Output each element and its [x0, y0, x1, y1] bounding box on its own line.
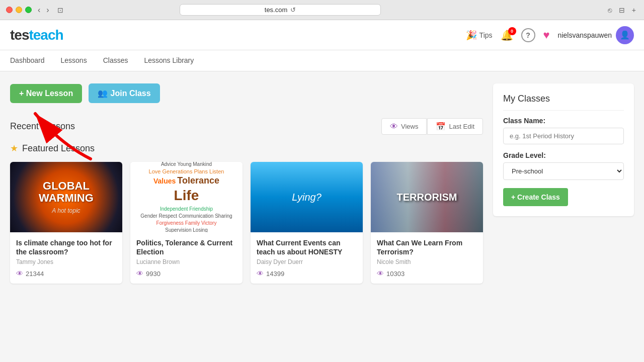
sort-options: 👁 Views 📅 Last Edit — [381, 118, 483, 135]
new-tab-button[interactable]: + — [630, 6, 638, 14]
recent-lessons-title: Recent Lessons — [10, 121, 75, 132]
url-text: tes.com — [265, 6, 288, 14]
star-icon: ★ — [10, 143, 18, 154]
gw-subtitle-text: A hot topic — [52, 207, 80, 214]
lesson-views-tolerance: 👁 9930 — [136, 269, 236, 278]
lesson-title-honesty: What Current Events can teach us about H… — [257, 238, 357, 256]
grade-level-label: Grade Level: — [503, 151, 624, 159]
views-eye-icon-3: 👁 — [257, 269, 264, 278]
user-menu[interactable]: nielsvanspauwen 👤 — [558, 26, 634, 44]
class-name-input[interactable] — [503, 128, 624, 144]
reload-icon[interactable]: ↺ — [290, 6, 296, 14]
card-image-global-warming: GLOBALWARMING A hot topic — [10, 162, 122, 232]
join-class-icon: 👥 — [98, 88, 108, 98]
class-name-label: Class Name: — [503, 117, 624, 125]
calendar-icon: 📅 — [436, 122, 446, 131]
lesson-card-honesty[interactable]: Lying? What Current Events can teach us … — [251, 162, 363, 284]
action-buttons-area: + New Lesson 👥 Join Class — [10, 83, 483, 103]
address-bar[interactable]: tes.com ↺ — [180, 4, 381, 16]
views-count-tolerance: 9930 — [146, 270, 160, 278]
lesson-author-global-warming: Tammy Jones — [16, 258, 116, 265]
tolerance-bg: Advice Young Mankind Love Generations Pl… — [130, 162, 243, 232]
word-tolerance: Tolerance — [177, 175, 219, 186]
card-image-honesty: Lying? — [251, 162, 363, 232]
word-life: Life — [140, 187, 232, 205]
word-cloud: Advice Young Mankind Love Generations Pl… — [137, 162, 235, 232]
create-class-button[interactable]: + Create Class — [503, 188, 568, 206]
lesson-views-global-warming: 👁 21344 — [16, 269, 116, 278]
lesson-title-terrorism: What Can We Learn From Terrorism? — [377, 238, 477, 256]
nav-lessons[interactable]: Lessons — [61, 51, 87, 70]
nav-classes[interactable]: Classes — [103, 51, 128, 70]
lesson-card-global-warming[interactable]: GLOBALWARMING A hot topic Is climate cha… — [10, 162, 122, 284]
share-button[interactable]: ⎋ — [606, 6, 614, 14]
close-button[interactable] — [6, 7, 13, 13]
forward-button[interactable]: › — [44, 6, 51, 15]
browser-toolbar: ⎋ ⊟ + — [606, 6, 638, 14]
my-classes-title: My Classes — [503, 94, 624, 111]
word-advice: Advice Young Mankind — [161, 162, 212, 167]
lesson-card-terrorism[interactable]: TERRORISM What Can We Learn From Terrori… — [371, 162, 483, 284]
nav-dashboard[interactable]: Dashboard — [10, 51, 45, 70]
last-edit-sort-label: Last Edit — [449, 123, 474, 130]
new-lesson-button[interactable]: + New Lesson — [10, 84, 82, 103]
reading-mode-button[interactable]: ⊡ — [55, 6, 65, 14]
help-button[interactable]: ? — [521, 28, 535, 42]
lying-bg: Lying? — [251, 162, 363, 232]
sort-by-views-button[interactable]: 👁 Views — [381, 118, 427, 135]
browser-nav: ‹ › — [36, 6, 51, 15]
notification-button[interactable]: 🔔 0 — [501, 29, 513, 41]
logo[interactable]: tes teach — [10, 27, 63, 43]
views-count-honesty: 14399 — [266, 270, 284, 278]
word-row5: Forgiveness Family Victory — [156, 220, 217, 226]
app-header: tes teach 🎉 Tips 🔔 0 ? ♥ nielsvanspauwen… — [0, 20, 644, 50]
views-eye-icon-4: 👁 — [377, 269, 384, 278]
notification-badge: 0 — [508, 27, 516, 35]
card-info-tolerance: Politics, Tolerance & Current Election L… — [130, 232, 243, 284]
eye-icon: 👁 — [390, 122, 398, 131]
lesson-author-tolerance: Lucianne Brown — [136, 258, 236, 265]
browser-chrome: ‹ › ⊡ tes.com ↺ ⎋ ⊟ + — [0, 0, 644, 20]
nav-lessons-library[interactable]: Lessons Library — [144, 51, 194, 70]
tab-button[interactable]: ⊟ — [617, 6, 627, 14]
lesson-author-terrorism: Nicole Smith — [377, 258, 477, 265]
nav-bar: Dashboard Lessons Classes Lessons Librar… — [0, 50, 644, 71]
minimize-button[interactable] — [16, 7, 22, 13]
card-image-tolerance: Advice Young Mankind Love Generations Pl… — [130, 162, 243, 232]
featured-lessons-header: ★ Featured Lessons — [10, 143, 483, 154]
back-button[interactable]: ‹ — [36, 6, 42, 15]
logo-tes: tes — [10, 27, 29, 43]
avatar: 👤 — [616, 26, 634, 44]
header-right: 🎉 Tips 🔔 0 ? ♥ nielsvanspauwen 👤 — [466, 26, 634, 44]
word-row3: Independent Friendship — [160, 206, 213, 212]
terrorism-text: TERRORISM — [397, 192, 457, 203]
lying-text: Lying? — [292, 192, 321, 203]
card-image-terrorism: TERRORISM — [371, 162, 483, 232]
views-sort-label: Views — [401, 123, 418, 130]
question-mark-icon: ? — [526, 31, 530, 39]
lesson-author-honesty: Daisy Dyer Duerr — [257, 258, 357, 265]
join-class-label: Join Class — [111, 89, 151, 98]
card-info-terrorism: What Can We Learn From Terrorism? Nicole… — [371, 232, 483, 284]
grade-level-select[interactable]: Pre-school Kindergarten 1st Grade 2nd Gr… — [503, 162, 624, 180]
lesson-card-tolerance[interactable]: Advice Young Mankind Love Generations Pl… — [130, 162, 243, 284]
sort-by-last-edit-button[interactable]: 📅 Last Edit — [427, 118, 483, 135]
global-warming-bg: GLOBALWARMING A hot topic — [10, 162, 122, 232]
lesson-title-global-warming: Is climate change too hot for the classr… — [16, 238, 116, 256]
word-values: Values — [153, 177, 176, 185]
recent-lessons-header: Recent Lessons 👁 Views 📅 Last Edit — [10, 118, 483, 135]
card-info-global-warming: Is climate change too hot for the classr… — [10, 232, 122, 284]
word-row6: Supervision Losing — [165, 227, 208, 232]
lesson-title-tolerance: Politics, Tolerance & Current Election — [136, 238, 236, 256]
lesson-views-honesty: 👁 14399 — [257, 269, 357, 278]
gw-title-text: GLOBALWARMING — [39, 180, 94, 204]
traffic-lights — [6, 7, 32, 13]
tips-label: Tips — [479, 31, 493, 39]
maximize-button[interactable] — [25, 7, 32, 13]
tips-icon: 🎉 — [466, 30, 477, 41]
main-content: + New Lesson 👥 Join Class Recent Lessons — [0, 71, 644, 296]
views-eye-icon-2: 👁 — [136, 269, 143, 278]
favorites-button[interactable]: ♥ — [543, 29, 550, 42]
join-class-button[interactable]: 👥 Join Class — [89, 83, 160, 103]
tips-button[interactable]: 🎉 Tips — [466, 30, 493, 41]
